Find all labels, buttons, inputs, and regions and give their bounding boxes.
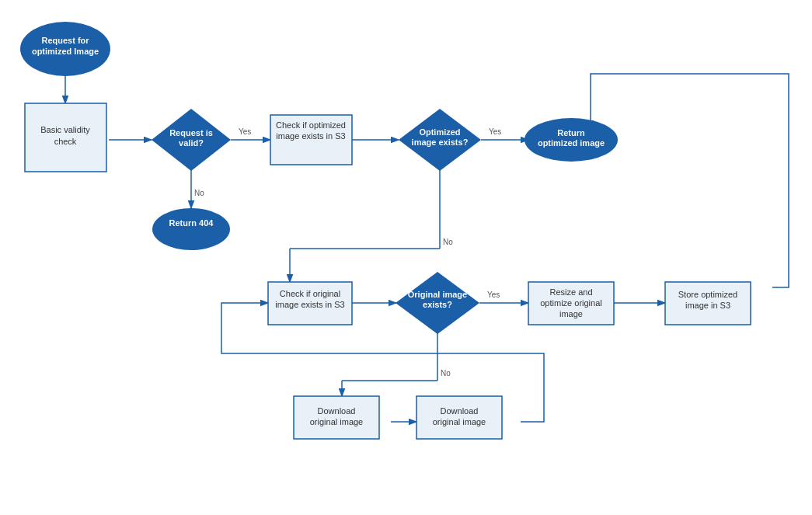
label-no-3: No bbox=[441, 369, 451, 378]
diamond3-label-2: exists? bbox=[423, 300, 452, 309]
dl2-label-2: original image bbox=[433, 417, 486, 426]
diamond2-label-2: image exists? bbox=[412, 137, 469, 147]
label-yes-1: Yes bbox=[239, 127, 251, 136]
start-label-2: optimized Image bbox=[32, 47, 99, 56]
diamond2-label-1: Optimized bbox=[419, 127, 460, 137]
resize-label-3: image bbox=[559, 309, 583, 318]
return404-oval bbox=[152, 208, 230, 250]
dl1-label-2: original image bbox=[310, 417, 363, 426]
diamond1-label-2: valid? bbox=[179, 138, 204, 148]
diamond3-label-1: Original image bbox=[408, 290, 467, 299]
arrow-store-loop bbox=[591, 74, 789, 287]
resize-label-1: Resize and bbox=[549, 287, 592, 297]
store-label-1: Store optimized bbox=[678, 290, 737, 299]
label-no-1: No bbox=[194, 189, 204, 197]
dl2-label-1: Download bbox=[441, 406, 479, 416]
dl1-label-1: Download bbox=[318, 406, 356, 416]
check-opt-label-1: Check if optimized bbox=[276, 120, 346, 130]
return-opt-label-2: optimized image bbox=[538, 138, 605, 148]
check-orig-label-2: image exists in S3 bbox=[275, 300, 344, 309]
resize-label-2: optimize original bbox=[540, 298, 601, 308]
validity-label-2: check bbox=[54, 137, 77, 146]
check-orig-label-1: Check if original bbox=[280, 289, 340, 298]
return404-label-1: Return 404 bbox=[169, 218, 214, 228]
store-label-2: image in S3 bbox=[685, 301, 730, 310]
return-opt-label-1: Return bbox=[557, 128, 585, 137]
flowchart-diagram: Yes Yes No No Yes No bbox=[0, 0, 812, 515]
check-opt-label-2: image exists in S3 bbox=[276, 131, 345, 141]
label-yes-2: Yes bbox=[489, 127, 501, 136]
label-no-2: No bbox=[443, 238, 453, 246]
start-label-1: Request for bbox=[41, 36, 89, 45]
label-yes-3: Yes bbox=[487, 291, 500, 299]
diamond1-label-1: Request is bbox=[169, 128, 213, 137]
validity-label-1: Basic validity bbox=[40, 125, 90, 134]
